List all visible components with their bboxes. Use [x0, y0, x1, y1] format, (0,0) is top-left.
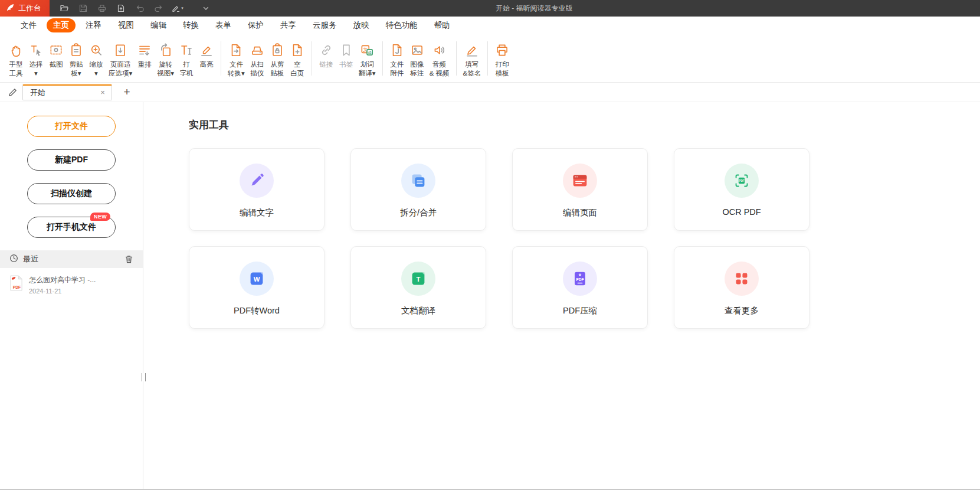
tool-card-document-translate[interactable]: T 文档翻译	[350, 246, 486, 329]
rotate-view-icon	[158, 41, 173, 59]
recent-file-item[interactable]: PDF 怎么面对高中学习 -... 2024-11-21	[0, 268, 143, 302]
document-tabbar: 开始 × +	[0, 83, 980, 102]
reflow-icon	[137, 41, 152, 59]
redo-icon[interactable]	[150, 1, 167, 15]
window-title: 开始 - 福昕阅读器专业版	[496, 4, 573, 14]
ribbon-item-select[interactable]: 选择 ▾	[26, 41, 46, 78]
menu-protect[interactable]: 保护	[241, 18, 270, 32]
ribbon-item-from-clipboard[interactable]: 从剪 贴板	[267, 41, 287, 78]
tab-start[interactable]: 开始 ×	[22, 84, 112, 100]
new-tab-button[interactable]: +	[120, 86, 133, 99]
menu-present[interactable]: 放映	[347, 18, 376, 32]
foxit-logo-icon	[6, 3, 15, 14]
link-icon	[319, 41, 334, 59]
tool-card-edit-text[interactable]: 编辑文字	[189, 148, 325, 231]
svg-text:PDF: PDF	[739, 179, 745, 182]
ribbon-separator	[221, 41, 221, 76]
tool-card-ocr-pdf[interactable]: PDF OCR PDF	[674, 148, 809, 231]
ribbon-separator	[312, 41, 312, 76]
ribbon-item-fill-sign[interactable]: 填写 &签名	[461, 41, 484, 78]
menubar: 文件 主页 注释 视图 编辑 转换 表单 保护 共享 云服务 放映 特色功能 帮…	[0, 17, 980, 34]
ribbon-item-zoom[interactable]: 缩放 ▾	[86, 41, 106, 78]
new-pdf-button[interactable]: 新建PDF	[27, 149, 116, 171]
open-folder-icon[interactable]	[55, 1, 73, 15]
section-title: 实用工具	[189, 118, 980, 132]
ribbon-group-tools: 手型 工具 选择 ▾ 截图 剪贴 板▾ 缩放 ▾ 页面适 应选项▾	[6, 41, 217, 78]
ribbon-item-print-template[interactable]: 打印 模板	[492, 41, 512, 78]
ribbon-item-bookmark[interactable]: 书签	[336, 41, 356, 69]
ribbon-item-image-annotation[interactable]: 图像 标注	[407, 41, 427, 78]
menu-form[interactable]: 表单	[209, 18, 238, 32]
ribbon-item-file-convert[interactable]: 文件 转换▾	[225, 41, 247, 78]
recent-file-date: 2024-11-21	[29, 288, 96, 295]
ribbon-separator	[456, 41, 457, 76]
export-icon[interactable]	[112, 1, 129, 15]
menu-comment[interactable]: 注释	[79, 18, 108, 32]
menu-view[interactable]: 视图	[112, 18, 140, 32]
ribbon-item-rotate-view[interactable]: 旋转 视图▾	[155, 41, 176, 78]
workspace-button[interactable]: 工作台	[0, 0, 50, 17]
sidebar-buttons: 打开文件 新建PDF 扫描仪创建 打开手机文件 NEW	[0, 102, 143, 238]
recent-file-name: 怎么面对高中学习 -...	[29, 275, 96, 285]
open-file-button[interactable]: 打开文件	[27, 116, 116, 137]
sidebar-resize-handle[interactable]	[142, 373, 146, 381]
menu-features[interactable]: 特色功能	[379, 18, 424, 32]
menu-convert[interactable]: 转换	[176, 18, 205, 32]
ribbon-item-highlight[interactable]: 高亮	[196, 41, 217, 69]
recent-section-header: 最近	[0, 250, 143, 268]
menu-edit[interactable]: 编辑	[144, 18, 173, 32]
ribbon-item-blank-page[interactable]: 空 白页	[287, 41, 307, 78]
tool-card-pdf-to-word[interactable]: W PDF转Word	[189, 246, 325, 329]
menu-share[interactable]: 共享	[274, 18, 303, 32]
save-icon[interactable]	[74, 1, 91, 15]
ribbon-group-print: 打印 模板	[492, 41, 512, 78]
select-cursor-icon	[28, 41, 44, 59]
ribbon-item-translate[interactable]: 文译 划词 翻译▾	[356, 41, 378, 78]
print-icon[interactable]	[93, 1, 110, 15]
menu-help[interactable]: 帮助	[428, 18, 457, 32]
ribbon-item-page-fit[interactable]: 页面适 应选项▾	[106, 41, 135, 78]
new-badge: NEW	[90, 213, 110, 221]
ribbon-item-from-scanner[interactable]: 从扫 描仪	[247, 41, 267, 78]
open-mobile-file-button[interactable]: 打开手机文件 NEW	[27, 217, 116, 238]
ocr-pdf-icon: PDF	[725, 164, 759, 198]
scanner-create-button[interactable]: 扫描仪创建	[27, 183, 116, 204]
pdf-compress-icon: PDF	[563, 262, 597, 296]
tool-card-pdf-compress[interactable]: PDF PDF压缩	[512, 246, 648, 329]
ribbon-separator	[487, 41, 488, 76]
ribbon-item-file-attachment[interactable]: 文件 附件	[387, 41, 407, 78]
file-convert-icon	[228, 41, 244, 59]
translate-icon: 文译	[359, 41, 375, 59]
chevron-down-icon[interactable]	[197, 1, 214, 15]
ribbon-item-hand-tool[interactable]: 手型 工具	[6, 41, 26, 78]
ribbon-item-link[interactable]: 链接	[316, 41, 336, 69]
ribbon-item-audio-video[interactable]: 音频 & 视频	[427, 41, 452, 78]
edit-pencil-icon[interactable]	[5, 84, 20, 100]
pdf-to-word-icon: W	[240, 262, 274, 296]
ribbon-toolbar: 手型 工具 选择 ▾ 截图 剪贴 板▾ 缩放 ▾ 页面适 应选项▾	[0, 34, 980, 83]
ribbon-group-create: 文件 转换▾ 从扫 描仪 从剪 贴板 空 白页	[225, 41, 307, 78]
ribbon-item-reflow[interactable]: 重排	[135, 41, 155, 69]
ribbon-item-typewriter[interactable]: 打 字机	[176, 41, 196, 78]
ribbon-item-clipboard[interactable]: 剪贴 板▾	[66, 41, 86, 78]
signature-icon[interactable]: ▾	[169, 1, 186, 15]
trash-icon[interactable]	[124, 254, 133, 264]
clock-icon	[9, 254, 18, 265]
tab-label: 开始	[30, 87, 98, 98]
menu-cloud[interactable]: 云服务	[306, 18, 343, 32]
tool-card-edit-pages[interactable]: 编辑页面	[512, 148, 648, 231]
ribbon-group-links: 链接 书签 文译 划词 翻译▾	[316, 41, 378, 78]
menu-file[interactable]: 文件	[14, 18, 43, 32]
pdf-file-icon: PDF	[9, 275, 23, 293]
tool-card-view-more[interactable]: 查看更多	[674, 246, 809, 329]
hand-icon	[8, 41, 24, 59]
ribbon-item-snapshot[interactable]: 截图	[46, 41, 66, 69]
menu-home[interactable]: 主页	[47, 18, 76, 32]
tool-card-split-merge[interactable]: 拆分/合并	[350, 148, 486, 231]
svg-text:译: 译	[368, 50, 372, 54]
close-icon[interactable]: ×	[98, 88, 107, 97]
body-area: 打开文件 新建PDF 扫描仪创建 打开手机文件 NEW 最近 PDF 怎么面对高…	[0, 102, 980, 489]
undo-icon[interactable]	[131, 1, 148, 15]
titlebar: 工作台 ▾ 开始 - 福昕阅读器专业版	[0, 0, 980, 17]
svg-text:T: T	[417, 276, 421, 283]
